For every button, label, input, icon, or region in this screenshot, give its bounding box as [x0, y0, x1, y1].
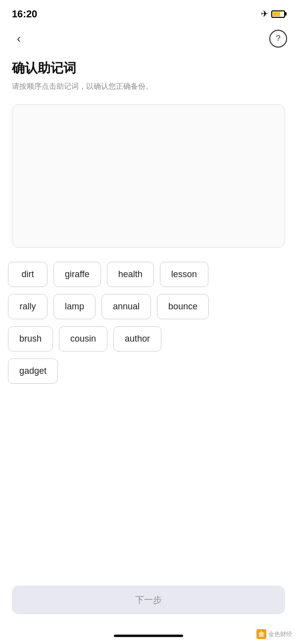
- battery-body: [271, 10, 285, 18]
- nav-bar: ‹ ?: [0, 26, 297, 52]
- watermark-icon: 金: [256, 629, 266, 639]
- mnemonic-answer-box: [12, 104, 285, 248]
- page-subtitle: 请按顺序点击助记词，以确认您正确备份。: [12, 81, 285, 92]
- word-chip-lamp[interactable]: lamp: [53, 294, 96, 319]
- word-row-3: brush cousin author: [8, 326, 289, 351]
- word-row-1: dirt giraffe health lesson: [8, 262, 289, 287]
- help-label: ?: [276, 34, 280, 44]
- word-chips-container: dirt giraffe health lesson rally lamp an…: [0, 262, 297, 384]
- watermark: 金 金色财经: [256, 629, 292, 639]
- back-button[interactable]: ‹: [10, 30, 28, 48]
- status-time: 16:20: [12, 8, 37, 20]
- status-bar: 16:20 ✈: [0, 0, 297, 26]
- word-chip-health[interactable]: health: [107, 262, 154, 287]
- word-chip-cousin[interactable]: cousin: [59, 326, 107, 351]
- word-chip-dirt[interactable]: dirt: [8, 262, 48, 287]
- word-chip-gadget[interactable]: gadget: [8, 358, 58, 384]
- next-button[interactable]: 下一步: [12, 585, 285, 614]
- bottom-area: 下一步: [12, 585, 285, 614]
- help-button[interactable]: ?: [269, 30, 287, 48]
- word-chip-lesson[interactable]: lesson: [160, 262, 208, 287]
- page-content: 确认助记词 请按顺序点击助记词，以确认您正确备份。: [0, 52, 297, 248]
- page-title: 确认助记词: [12, 59, 285, 77]
- home-indicator: [114, 635, 183, 637]
- status-icons: ✈: [261, 8, 285, 19]
- word-chip-rally[interactable]: rally: [8, 294, 48, 319]
- word-chip-bounce[interactable]: bounce: [157, 294, 209, 319]
- word-chip-brush[interactable]: brush: [8, 326, 53, 351]
- back-chevron-icon: ‹: [17, 32, 21, 46]
- airplane-icon: ✈: [261, 8, 268, 19]
- word-row-4: gadget: [8, 358, 289, 384]
- word-row-2: rally lamp annual bounce: [8, 294, 289, 319]
- word-chip-annual[interactable]: annual: [101, 294, 151, 319]
- battery-icon: [271, 10, 285, 18]
- word-chip-giraffe[interactable]: giraffe: [53, 262, 101, 287]
- word-chip-author[interactable]: author: [113, 326, 161, 351]
- battery-fill: [273, 12, 280, 16]
- watermark-text: 金色财经: [268, 630, 292, 639]
